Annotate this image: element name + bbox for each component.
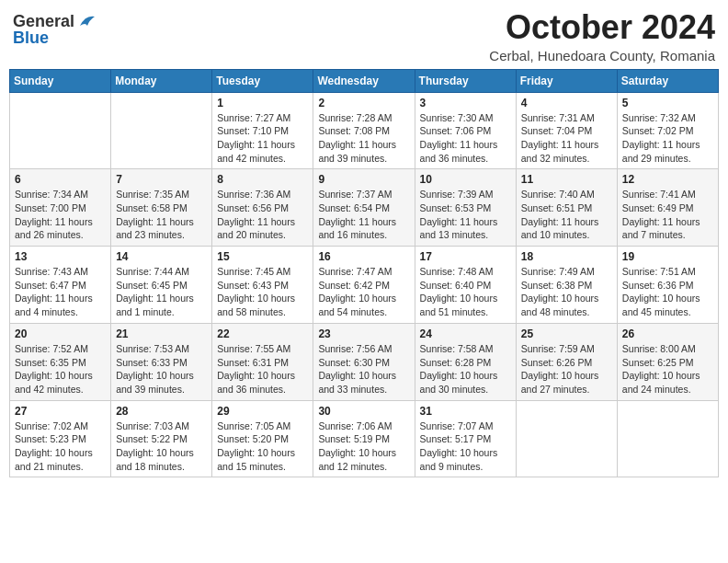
- calendar-cell: 30Sunrise: 7:06 AM Sunset: 5:19 PM Dayli…: [313, 400, 415, 477]
- calendar-cell: 19Sunrise: 7:51 AM Sunset: 6:36 PM Dayli…: [617, 247, 718, 324]
- calendar-cell: 21Sunrise: 7:53 AM Sunset: 6:33 PM Dayli…: [111, 323, 212, 400]
- calendar-cell: 18Sunrise: 7:49 AM Sunset: 6:38 PM Dayli…: [516, 247, 617, 324]
- calendar-week-row: 27Sunrise: 7:02 AM Sunset: 5:23 PM Dayli…: [10, 400, 719, 477]
- day-info: Sunrise: 7:51 AM Sunset: 6:36 PM Dayligh…: [622, 265, 713, 319]
- calendar-cell: 31Sunrise: 7:07 AM Sunset: 5:17 PM Dayli…: [415, 400, 516, 477]
- calendar-week-row: 6Sunrise: 7:34 AM Sunset: 7:00 PM Daylig…: [10, 169, 719, 247]
- day-number: 12: [622, 173, 713, 186]
- calendar-week-row: 1Sunrise: 7:27 AM Sunset: 7:10 PM Daylig…: [10, 92, 719, 169]
- day-number: 25: [521, 327, 612, 340]
- day-number: 18: [521, 250, 612, 263]
- day-number: 23: [318, 327, 409, 340]
- day-number: 5: [622, 97, 713, 109]
- calendar-week-row: 13Sunrise: 7:43 AM Sunset: 6:47 PM Dayli…: [10, 247, 719, 324]
- day-number: 19: [622, 250, 713, 263]
- calendar-cell: 9Sunrise: 7:37 AM Sunset: 6:54 PM Daylig…: [313, 169, 415, 247]
- calendar-cell: 4Sunrise: 7:31 AM Sunset: 7:04 PM Daylig…: [516, 92, 617, 169]
- calendar-cell: 1Sunrise: 7:27 AM Sunset: 7:10 PM Daylig…: [212, 92, 313, 169]
- calendar-cell: 8Sunrise: 7:36 AM Sunset: 6:56 PM Daylig…: [212, 169, 313, 247]
- calendar-cell: 2Sunrise: 7:28 AM Sunset: 7:08 PM Daylig…: [313, 92, 415, 169]
- day-number: 10: [420, 173, 511, 186]
- day-info: Sunrise: 7:34 AM Sunset: 7:00 PM Dayligh…: [15, 188, 106, 242]
- day-number: 24: [420, 327, 511, 340]
- day-number: 1: [217, 97, 308, 109]
- weekday-header-thursday: Thursday: [415, 69, 516, 92]
- day-info: Sunrise: 7:52 AM Sunset: 6:35 PM Dayligh…: [15, 342, 106, 396]
- calendar-cell: 17Sunrise: 7:48 AM Sunset: 6:40 PM Dayli…: [415, 247, 516, 324]
- day-number: 14: [116, 250, 207, 263]
- calendar-table: SundayMondayTuesdayWednesdayThursdayFrid…: [9, 69, 719, 478]
- calendar-week-row: 20Sunrise: 7:52 AM Sunset: 6:35 PM Dayli…: [10, 323, 719, 400]
- calendar-header-row: SundayMondayTuesdayWednesdayThursdayFrid…: [10, 69, 719, 92]
- calendar-cell: 16Sunrise: 7:47 AM Sunset: 6:42 PM Dayli…: [313, 247, 415, 324]
- day-info: Sunrise: 7:39 AM Sunset: 6:53 PM Dayligh…: [420, 188, 511, 242]
- day-info: Sunrise: 7:44 AM Sunset: 6:45 PM Dayligh…: [116, 265, 207, 319]
- weekday-header-tuesday: Tuesday: [212, 69, 313, 92]
- day-info: Sunrise: 7:30 AM Sunset: 7:06 PM Dayligh…: [420, 111, 511, 166]
- title-block: October 2024 Cerbal, Hunedoara County, R…: [489, 9, 715, 63]
- calendar-cell: [111, 92, 212, 169]
- calendar-cell: 5Sunrise: 7:32 AM Sunset: 7:02 PM Daylig…: [617, 92, 718, 169]
- calendar-cell: 13Sunrise: 7:43 AM Sunset: 6:47 PM Dayli…: [10, 247, 111, 324]
- calendar-cell: 6Sunrise: 7:34 AM Sunset: 7:00 PM Daylig…: [10, 169, 111, 247]
- day-info: Sunrise: 7:31 AM Sunset: 7:04 PM Dayligh…: [521, 111, 612, 166]
- calendar-cell: 15Sunrise: 7:45 AM Sunset: 6:43 PM Dayli…: [212, 247, 313, 324]
- day-number: 6: [15, 173, 106, 186]
- day-number: 2: [318, 97, 409, 109]
- weekday-header-saturday: Saturday: [617, 69, 718, 92]
- day-info: Sunrise: 7:03 AM Sunset: 5:22 PM Dayligh…: [116, 419, 207, 474]
- weekday-header-sunday: Sunday: [10, 69, 111, 92]
- calendar-cell: 23Sunrise: 7:56 AM Sunset: 6:30 PM Dayli…: [313, 323, 415, 400]
- day-info: Sunrise: 7:06 AM Sunset: 5:19 PM Dayligh…: [318, 419, 409, 474]
- location-subtitle: Cerbal, Hunedoara County, Romania: [489, 48, 715, 63]
- day-number: 20: [15, 327, 106, 340]
- calendar-cell: 26Sunrise: 8:00 AM Sunset: 6:25 PM Dayli…: [617, 323, 718, 400]
- day-info: Sunrise: 7:43 AM Sunset: 6:47 PM Dayligh…: [15, 265, 106, 319]
- day-info: Sunrise: 7:53 AM Sunset: 6:33 PM Dayligh…: [116, 342, 207, 396]
- day-number: 26: [622, 327, 713, 340]
- day-info: Sunrise: 7:55 AM Sunset: 6:31 PM Dayligh…: [217, 342, 308, 396]
- day-number: 31: [420, 405, 511, 418]
- day-number: 21: [116, 327, 207, 340]
- day-number: 30: [318, 405, 409, 418]
- calendar-cell: 10Sunrise: 7:39 AM Sunset: 6:53 PM Dayli…: [415, 169, 516, 247]
- calendar-cell: 29Sunrise: 7:05 AM Sunset: 5:20 PM Dayli…: [212, 400, 313, 477]
- day-info: Sunrise: 7:47 AM Sunset: 6:42 PM Dayligh…: [318, 265, 409, 319]
- day-info: Sunrise: 7:37 AM Sunset: 6:54 PM Dayligh…: [318, 188, 409, 242]
- calendar-cell: 20Sunrise: 7:52 AM Sunset: 6:35 PM Dayli…: [10, 323, 111, 400]
- day-info: Sunrise: 7:48 AM Sunset: 6:40 PM Dayligh…: [420, 265, 511, 319]
- day-number: 4: [521, 97, 612, 109]
- day-info: Sunrise: 7:45 AM Sunset: 6:43 PM Dayligh…: [217, 265, 308, 319]
- month-title: October 2024: [489, 9, 715, 46]
- calendar-cell: 25Sunrise: 7:59 AM Sunset: 6:26 PM Dayli…: [516, 323, 617, 400]
- day-info: Sunrise: 8:00 AM Sunset: 6:25 PM Dayligh…: [622, 342, 713, 396]
- weekday-header-monday: Monday: [111, 69, 212, 92]
- day-info: Sunrise: 7:05 AM Sunset: 5:20 PM Dayligh…: [217, 419, 308, 474]
- day-info: Sunrise: 7:35 AM Sunset: 6:58 PM Dayligh…: [116, 188, 207, 242]
- day-number: 17: [420, 250, 511, 263]
- day-number: 13: [15, 250, 106, 263]
- day-info: Sunrise: 7:49 AM Sunset: 6:38 PM Dayligh…: [521, 265, 612, 319]
- day-number: 7: [116, 173, 207, 186]
- calendar-cell: 7Sunrise: 7:35 AM Sunset: 6:58 PM Daylig…: [111, 169, 212, 247]
- day-info: Sunrise: 7:56 AM Sunset: 6:30 PM Dayligh…: [318, 342, 409, 396]
- logo: General Blue: [13, 13, 97, 46]
- calendar-cell: 27Sunrise: 7:02 AM Sunset: 5:23 PM Dayli…: [10, 400, 111, 477]
- day-info: Sunrise: 7:36 AM Sunset: 6:56 PM Dayligh…: [217, 188, 308, 242]
- day-number: 8: [217, 173, 308, 186]
- calendar-cell: 22Sunrise: 7:55 AM Sunset: 6:31 PM Dayli…: [212, 323, 313, 400]
- logo-blue-text: Blue: [13, 29, 49, 46]
- calendar-cell: 12Sunrise: 7:41 AM Sunset: 6:49 PM Dayli…: [617, 169, 718, 247]
- day-number: 27: [15, 405, 106, 418]
- day-number: 28: [116, 405, 207, 418]
- day-number: 11: [521, 173, 612, 186]
- day-info: Sunrise: 7:32 AM Sunset: 7:02 PM Dayligh…: [622, 111, 713, 166]
- day-info: Sunrise: 7:28 AM Sunset: 7:08 PM Dayligh…: [318, 111, 409, 166]
- day-info: Sunrise: 7:02 AM Sunset: 5:23 PM Dayligh…: [15, 419, 106, 474]
- logo-bird-icon: [76, 13, 97, 29]
- weekday-header-wednesday: Wednesday: [313, 69, 415, 92]
- calendar-cell: 3Sunrise: 7:30 AM Sunset: 7:06 PM Daylig…: [415, 92, 516, 169]
- calendar-cell: [516, 400, 617, 477]
- day-info: Sunrise: 7:41 AM Sunset: 6:49 PM Dayligh…: [622, 188, 713, 242]
- day-info: Sunrise: 7:40 AM Sunset: 6:51 PM Dayligh…: [521, 188, 612, 242]
